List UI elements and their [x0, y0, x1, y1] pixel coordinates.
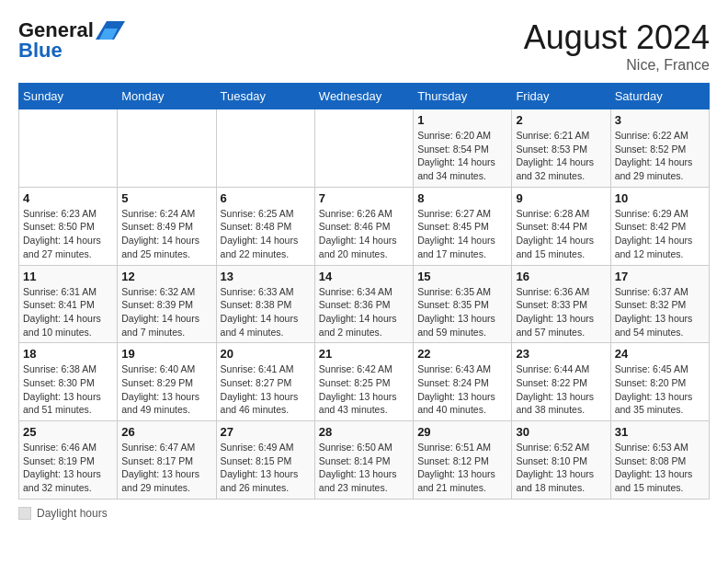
day-info: Sunrise: 6:23 AMSunset: 8:50 PMDaylight:…: [23, 207, 113, 261]
footer-label: Daylight hours: [37, 507, 108, 520]
calendar-cell: [314, 109, 413, 188]
day-info: Sunrise: 6:42 AMSunset: 8:25 PMDaylight:…: [319, 362, 409, 417]
week-row-5: 25Sunrise: 6:46 AMSunset: 8:19 PMDayligh…: [19, 421, 710, 500]
calendar-cell: 28Sunrise: 6:50 AMSunset: 8:14 PMDayligh…: [314, 421, 413, 500]
day-number: 14: [319, 270, 409, 283]
day-info: Sunrise: 6:52 AMSunset: 8:10 PMDaylight:…: [516, 441, 606, 495]
day-number: 8: [417, 191, 507, 205]
calendar-cell: 27Sunrise: 6:49 AMSunset: 8:15 PMDayligh…: [216, 421, 314, 500]
calendar-cell: [118, 109, 216, 188]
calendar-table: SundayMondayTuesdayWednesdayThursdayFrid…: [18, 83, 710, 500]
day-number: 20: [221, 347, 311, 361]
day-number: 29: [417, 425, 507, 439]
calendar-cell: 12Sunrise: 6:32 AMSunset: 8:39 PMDayligh…: [118, 265, 216, 343]
day-info: Sunrise: 6:38 AMSunset: 8:30 PMDaylight:…: [23, 362, 113, 417]
calendar-cell: 3Sunrise: 6:22 AMSunset: 8:52 PMDaylight…: [610, 109, 709, 188]
day-number: 5: [121, 191, 211, 205]
day-info: Sunrise: 6:43 AMSunset: 8:24 PMDaylight:…: [417, 362, 507, 417]
day-number: 22: [417, 347, 507, 361]
day-info: Sunrise: 6:28 AMSunset: 8:44 PMDaylight:…: [516, 207, 606, 261]
logo-icon: [96, 21, 125, 40]
day-info: Sunrise: 6:36 AMSunset: 8:33 PMDaylight:…: [516, 285, 606, 339]
calendar-cell: 8Sunrise: 6:27 AMSunset: 8:45 PMDaylight…: [414, 187, 512, 265]
day-info: Sunrise: 6:49 AMSunset: 8:15 PMDaylight:…: [221, 441, 311, 495]
day-info: Sunrise: 6:25 AMSunset: 8:48 PMDaylight:…: [221, 207, 311, 261]
calendar-cell: 18Sunrise: 6:38 AMSunset: 8:30 PMDayligh…: [19, 343, 118, 421]
day-header-wednesday: Wednesday: [314, 84, 413, 109]
page-header: General Blue August 2024 Nice, France: [18, 18, 710, 74]
day-info: Sunrise: 6:51 AMSunset: 8:12 PMDaylight:…: [417, 441, 507, 495]
calendar-cell: 24Sunrise: 6:45 AMSunset: 8:20 PMDayligh…: [610, 343, 709, 421]
calendar-cell: 17Sunrise: 6:37 AMSunset: 8:32 PMDayligh…: [610, 265, 709, 343]
day-header-tuesday: Tuesday: [216, 84, 314, 109]
calendar-cell: 30Sunrise: 6:52 AMSunset: 8:10 PMDayligh…: [512, 421, 610, 500]
day-header-friday: Friday: [512, 84, 610, 109]
day-info: Sunrise: 6:37 AMSunset: 8:32 PMDaylight:…: [615, 285, 705, 339]
day-number: 25: [23, 425, 113, 439]
day-number: 6: [221, 191, 311, 205]
header-row: SundayMondayTuesdayWednesdayThursdayFrid…: [19, 84, 710, 109]
logo: General Blue: [18, 18, 125, 63]
day-number: 18: [23, 347, 113, 361]
day-number: 13: [221, 270, 311, 283]
location: Nice, France: [524, 57, 710, 74]
calendar-cell: 16Sunrise: 6:36 AMSunset: 8:33 PMDayligh…: [512, 265, 610, 343]
day-info: Sunrise: 6:29 AMSunset: 8:42 PMDaylight:…: [615, 207, 705, 261]
calendar-cell: 26Sunrise: 6:47 AMSunset: 8:17 PMDayligh…: [118, 421, 216, 500]
day-number: 15: [417, 270, 507, 283]
day-number: 30: [516, 425, 606, 439]
calendar-cell: 29Sunrise: 6:51 AMSunset: 8:12 PMDayligh…: [414, 421, 512, 500]
day-number: 26: [121, 425, 211, 439]
day-info: Sunrise: 6:26 AMSunset: 8:46 PMDaylight:…: [319, 207, 409, 261]
day-info: Sunrise: 6:33 AMSunset: 8:38 PMDaylight:…: [221, 285, 311, 339]
day-info: Sunrise: 6:47 AMSunset: 8:17 PMDaylight:…: [121, 441, 211, 495]
day-number: 1: [417, 113, 507, 127]
calendar-cell: 14Sunrise: 6:34 AMSunset: 8:36 PMDayligh…: [314, 265, 413, 343]
calendar-cell: 1Sunrise: 6:20 AMSunset: 8:54 PMDaylight…: [414, 109, 512, 188]
calendar-cell: 10Sunrise: 6:29 AMSunset: 8:42 PMDayligh…: [610, 187, 709, 265]
day-number: 17: [615, 270, 705, 283]
week-row-1: 1Sunrise: 6:20 AMSunset: 8:54 PMDaylight…: [19, 109, 710, 188]
calendar-cell: 22Sunrise: 6:43 AMSunset: 8:24 PMDayligh…: [414, 343, 512, 421]
day-number: 27: [221, 425, 311, 439]
calendar-cell: 9Sunrise: 6:28 AMSunset: 8:44 PMDaylight…: [512, 187, 610, 265]
day-info: Sunrise: 6:22 AMSunset: 8:52 PMDaylight:…: [615, 129, 705, 183]
calendar-cell: 23Sunrise: 6:44 AMSunset: 8:22 PMDayligh…: [512, 343, 610, 421]
day-info: Sunrise: 6:45 AMSunset: 8:20 PMDaylight:…: [615, 362, 705, 417]
calendar-cell: 11Sunrise: 6:31 AMSunset: 8:41 PMDayligh…: [19, 265, 118, 343]
calendar-cell: 19Sunrise: 6:40 AMSunset: 8:29 PMDayligh…: [118, 343, 216, 421]
calendar-cell: [216, 109, 314, 188]
day-number: 3: [615, 113, 705, 127]
day-number: 11: [23, 270, 113, 283]
day-number: 4: [23, 191, 113, 205]
calendar-cell: 4Sunrise: 6:23 AMSunset: 8:50 PMDaylight…: [19, 187, 118, 265]
day-header-sunday: Sunday: [19, 84, 118, 109]
day-number: 7: [319, 191, 409, 205]
calendar-cell: 7Sunrise: 6:26 AMSunset: 8:46 PMDaylight…: [314, 187, 413, 265]
day-info: Sunrise: 6:50 AMSunset: 8:14 PMDaylight:…: [319, 441, 409, 495]
day-header-monday: Monday: [118, 84, 216, 109]
day-info: Sunrise: 6:41 AMSunset: 8:27 PMDaylight:…: [221, 362, 311, 417]
calendar-cell: 5Sunrise: 6:24 AMSunset: 8:49 PMDaylight…: [118, 187, 216, 265]
day-info: Sunrise: 6:27 AMSunset: 8:45 PMDaylight:…: [417, 207, 507, 261]
calendar-cell: 20Sunrise: 6:41 AMSunset: 8:27 PMDayligh…: [216, 343, 314, 421]
day-number: 24: [615, 347, 705, 361]
day-header-saturday: Saturday: [610, 84, 709, 109]
calendar-cell: 31Sunrise: 6:53 AMSunset: 8:08 PMDayligh…: [610, 421, 709, 500]
week-row-3: 11Sunrise: 6:31 AMSunset: 8:41 PMDayligh…: [19, 265, 710, 343]
day-info: Sunrise: 6:35 AMSunset: 8:35 PMDaylight:…: [417, 285, 507, 339]
day-number: 12: [121, 270, 211, 283]
month-title: August 2024 Nice, France: [524, 18, 710, 74]
week-row-4: 18Sunrise: 6:38 AMSunset: 8:30 PMDayligh…: [19, 343, 710, 421]
day-info: Sunrise: 6:21 AMSunset: 8:53 PMDaylight:…: [516, 129, 606, 183]
footer: Daylight hours: [18, 507, 710, 520]
day-number: 31: [615, 425, 705, 439]
day-info: Sunrise: 6:34 AMSunset: 8:36 PMDaylight:…: [319, 285, 409, 339]
calendar-cell: 13Sunrise: 6:33 AMSunset: 8:38 PMDayligh…: [216, 265, 314, 343]
day-number: 19: [121, 347, 211, 361]
day-info: Sunrise: 6:24 AMSunset: 8:49 PMDaylight:…: [121, 207, 211, 261]
day-number: 10: [615, 191, 705, 205]
day-number: 23: [516, 347, 606, 361]
calendar-cell: 6Sunrise: 6:25 AMSunset: 8:48 PMDaylight…: [216, 187, 314, 265]
day-number: 9: [516, 191, 606, 205]
